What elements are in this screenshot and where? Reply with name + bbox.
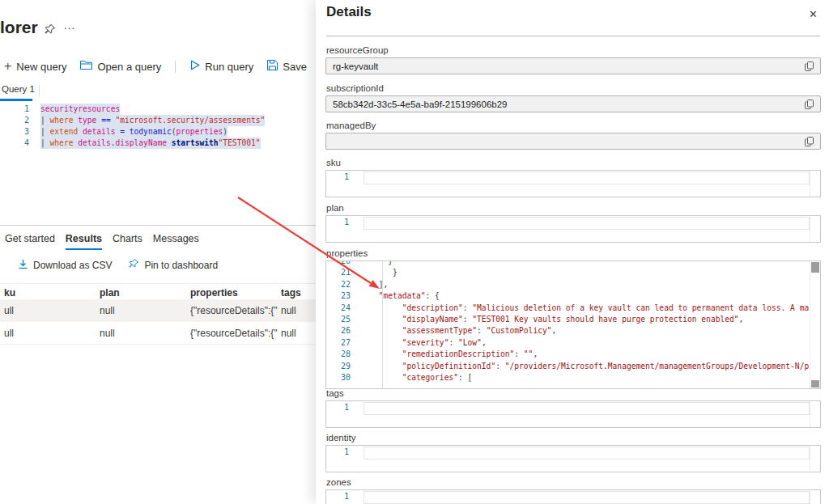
table-cell: null — [100, 305, 115, 316]
table-cell: ull — [4, 328, 14, 339]
sku-editor[interactable]: 1 — [325, 170, 821, 197]
properties-editor[interactable]: 20 }21 }22 ],23 "metadata": {24 "descrip… — [325, 260, 821, 389]
copy-icon[interactable] — [805, 137, 814, 146]
field-zones: zones1 — [325, 477, 821, 504]
line-number: 27 — [326, 337, 351, 349]
scrollbar-thumb[interactable] — [811, 262, 819, 273]
results-tab-bar: Get startedResultsChartsMessages — [5, 233, 199, 250]
field-value: 58cb342d-33c5-4e5a-ba9f-215199606b29 — [333, 100, 805, 109]
toolbar-divider — [175, 61, 176, 73]
field-value: rg-keyvault — [333, 61, 805, 71]
json-line-text: "displayName": "TEST001 Key vaults shoul… — [374, 314, 743, 325]
line-number: 3 — [0, 126, 29, 138]
line-number: 1 — [338, 172, 349, 181]
tab-get-started[interactable]: Get started — [5, 233, 55, 250]
details-panel: Details ✕ resourceGrouprg-keyvaultsubscr… — [316, 0, 829, 504]
table-row[interactable]: ullnull{"resourceDetails":{"So...null — [0, 322, 316, 345]
download-as-csv-button[interactable]: Download as CSV — [18, 259, 112, 272]
json-line-text: "assessmentType": "CustomPolicy", — [374, 325, 556, 337]
column-header: properties — [190, 287, 278, 299]
active-tab-indicator — [0, 99, 32, 101]
column-header: plan — [100, 287, 120, 299]
json-line: 30 "categories": [ — [326, 372, 810, 383]
identity-editor[interactable]: 1 — [325, 445, 821, 472]
download-icon — [18, 259, 28, 272]
field-label: managedBy — [326, 121, 821, 130]
query-line[interactable]: 4| where details.displayName startswith"… — [0, 138, 316, 149]
json-line-text: "severity": "Low", — [374, 337, 487, 349]
line-number: 1 — [338, 447, 349, 456]
pin-page-icon[interactable] — [44, 23, 56, 39]
current-line-highlight — [363, 491, 810, 504]
copy-icon[interactable] — [805, 61, 814, 71]
line-number: 23 — [326, 290, 351, 302]
json-line-text: "categories": [ — [374, 372, 472, 383]
play-icon — [189, 60, 200, 73]
scrollbar-track — [810, 216, 810, 242]
managedBy-input[interactable] — [325, 133, 821, 150]
json-line-text: "description": "Malicious deletion of a … — [374, 303, 809, 314]
table-cell: null — [100, 328, 115, 339]
query-line-text: | extend details = todynamic(properties) — [40, 126, 227, 138]
line-number: 1 — [0, 104, 29, 115]
close-icon[interactable]: ✕ — [809, 8, 818, 20]
json-line: 27 "severity": "Low", — [326, 337, 810, 349]
query-line[interactable]: 3| extend details = todynamic(properties… — [0, 126, 316, 138]
query-editor[interactable]: 1securityresources2| where type == "micr… — [0, 104, 316, 149]
json-line: 24 "description": "Malicious deletion of… — [326, 303, 810, 314]
scrollbar-corner — [811, 380, 819, 388]
tags-editor[interactable]: 1 — [325, 400, 821, 428]
query-tab[interactable]: Query 1 — [2, 84, 35, 94]
table-cell: {"resourceDetails":{"So... — [190, 305, 278, 316]
field-label: zones — [326, 477, 821, 487]
field-subscriptionId: subscriptionId58cb342d-33c5-4e5a-ba9f-21… — [325, 83, 821, 112]
editor-results-divider — [0, 225, 316, 226]
query-line[interactable]: 2| where type == "microsoft.security/ass… — [0, 115, 316, 126]
current-line-highlight — [363, 402, 810, 415]
new-query-button[interactable]: + New query — [4, 60, 66, 73]
tab-results[interactable]: Results — [66, 233, 102, 250]
resourceGroup-input[interactable]: rg-keyvault — [325, 57, 821, 74]
query-line[interactable]: 1securityresources — [0, 104, 316, 115]
copy-icon[interactable] — [805, 100, 814, 109]
json-line-text: "remediationDescription": "", — [374, 349, 538, 360]
table-cell: ull — [4, 305, 14, 316]
tab-messages[interactable]: Messages — [153, 233, 199, 250]
scrollbar-track — [810, 446, 810, 472]
json-line-text: } — [374, 267, 397, 278]
field-label: plan — [326, 203, 821, 213]
json-line: 21 } — [326, 267, 810, 278]
line-number: 20 — [326, 260, 351, 267]
plus-icon: + — [4, 60, 11, 73]
field-properties: properties20 }21 }22 ],23 "metadata": {2… — [325, 248, 821, 389]
run-query-button[interactable]: Run query — [189, 60, 253, 73]
more-options-icon[interactable]: … — [63, 18, 76, 32]
open-a-query-button[interactable]: Open a query — [80, 60, 161, 73]
zones-editor[interactable]: 1 — [325, 489, 821, 504]
json-line: 22 ], — [326, 279, 810, 290]
json-content: 20 }21 }22 ],23 "metadata": {24 "descrip… — [326, 260, 810, 383]
field-identity: identity1 — [325, 433, 821, 472]
field-label: tags — [326, 388, 821, 398]
json-line-text: "metadata": { — [374, 290, 440, 302]
table-cell: {"resourceDetails":{"So... — [190, 328, 278, 339]
save-button[interactable]: Save — [267, 60, 307, 73]
line-number: 22 — [326, 279, 351, 290]
table-row[interactable]: ullnull{"resourceDetails":{"So...null — [0, 299, 316, 322]
json-line-text: "policyDefinitionId": "/providers/Micros… — [374, 361, 809, 372]
plan-editor[interactable]: 1 — [325, 215, 821, 243]
scrollbar-track — [810, 490, 810, 504]
line-number: 25 — [326, 314, 351, 325]
field-managedBy: managedBy — [325, 121, 821, 150]
current-line-highlight — [363, 447, 810, 460]
pin-to-dashboard-button[interactable]: Pin to dashboard — [128, 258, 218, 272]
subscriptionId-input[interactable]: 58cb342d-33c5-4e5a-ba9f-215199606b29 — [325, 95, 821, 112]
query-editor-lines: 1securityresources2| where type == "micr… — [0, 104, 316, 149]
tab-charts[interactable]: Charts — [113, 233, 142, 250]
json-line: 28 "remediationDescription": "", — [326, 349, 810, 360]
field-sku: sku1 — [325, 158, 821, 197]
json-line-text: } — [374, 260, 393, 267]
json-line: 26 "assessmentType": "CustomPolicy", — [326, 325, 810, 337]
query-line-text: | where type == "microsoft.security/asse… — [40, 115, 265, 126]
folder-icon — [80, 60, 92, 73]
